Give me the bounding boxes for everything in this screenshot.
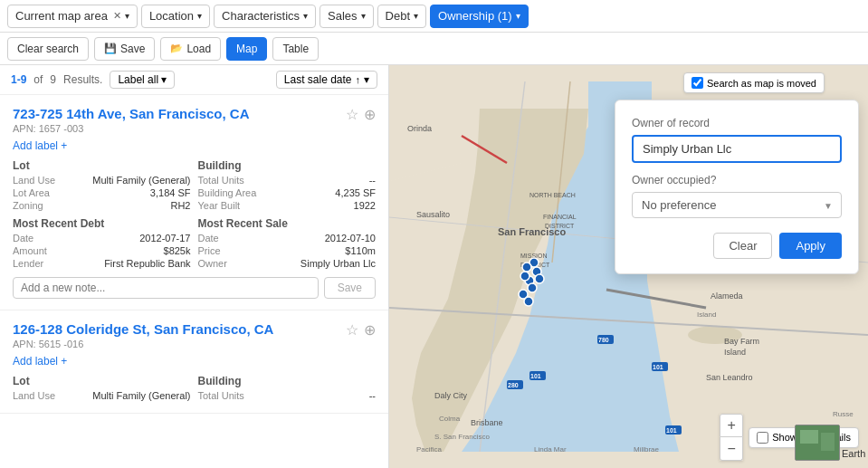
prop-row: Date 2012-07-17	[13, 232, 191, 244]
popup-clear-button[interactable]: Clear	[713, 233, 772, 259]
label-all-text: Label all	[118, 73, 158, 86]
svg-text:Millbrae: Millbrae	[634, 445, 660, 454]
zoom-out-button[interactable]: −	[720, 437, 743, 461]
note-input[interactable]	[13, 277, 319, 299]
svg-text:101: 101	[666, 427, 677, 434]
svg-text:Sausalito: Sausalito	[416, 210, 450, 219]
filter-ownership[interactable]: Ownership (1) ▾	[430, 5, 529, 28]
prop-row: Total Units --	[198, 174, 377, 186]
building-area-label: Building Area	[198, 187, 257, 198]
prop-row: Land Use Multi Family (General)	[13, 174, 191, 186]
lot-landuse-value: Multi Family (General)	[92, 390, 190, 401]
label-all-button[interactable]: Label all ▾	[110, 71, 175, 89]
sale-price-label: Price	[198, 245, 221, 256]
owner-of-record-input[interactable]	[632, 135, 842, 163]
results-label: Results.	[63, 73, 102, 86]
lot-zoning-label: Zoning	[13, 200, 43, 211]
filter-sales[interactable]: Sales ▾	[320, 5, 374, 28]
building-units-label: Total Units	[198, 390, 244, 401]
svg-rect-62	[800, 430, 818, 444]
svg-text:Island: Island	[697, 310, 716, 319]
svg-text:101: 101	[653, 364, 663, 370]
table-label: Table	[282, 43, 309, 55]
lot-section: Lot Land Use Multi Family (General) Lot …	[13, 159, 191, 212]
popup-actions: Clear Apply	[632, 233, 842, 259]
debt-lender-value: First Republic Bank	[104, 258, 190, 269]
results-bar: 1-9 of 9 Results. Label all ▾ Last sale …	[0, 65, 388, 95]
share-icon[interactable]: ⊕	[364, 321, 376, 339]
add-label-button[interactable]: Add label +	[13, 139, 376, 152]
star-icon[interactable]: ☆	[346, 106, 358, 123]
svg-text:Bay Farm: Bay Farm	[724, 337, 759, 346]
building-year-value: 1922	[354, 200, 376, 211]
svg-text:Island: Island	[724, 348, 746, 357]
prop-row: Building Area 4,235 SF	[198, 186, 377, 199]
owner-occupied-select[interactable]: No preference Yes No	[632, 192, 842, 218]
sale-date-value: 2012-07-10	[325, 233, 376, 244]
property-icons: ☆ ⊕	[346, 321, 376, 339]
prop-row: Land Use Multi Family (General)	[13, 389, 191, 402]
debt-sale-grid: Most Recent Debt Date 2012-07-17 Amount …	[13, 217, 376, 270]
building-units-value: --	[369, 390, 376, 401]
sort-icon: ↑	[356, 74, 361, 85]
property-address[interactable]: 723-725 14th Ave, San Francisco, CA	[13, 106, 250, 121]
filter-label: Sales	[328, 9, 358, 23]
lot-title: Lot	[13, 375, 191, 387]
note-save-button[interactable]: Save	[324, 277, 376, 299]
prop-row: Owner Simply Urban Llc	[198, 257, 377, 270]
sort-label: Last sale date	[284, 73, 352, 86]
search-as-moved-checkbox[interactable]	[692, 77, 703, 89]
earth-thumbnail[interactable]	[795, 425, 840, 461]
chevron-down-icon: ▾	[414, 11, 418, 21]
zoom-in-button[interactable]: +	[720, 414, 743, 437]
map-area[interactable]: San Francisco Oakland Berkeley Albany Al…	[389, 65, 868, 468]
filter-current-map-area[interactable]: Current map area ✕ ▾	[7, 5, 138, 28]
sale-owner-label: Owner	[198, 258, 227, 269]
map-button[interactable]: Map	[226, 37, 267, 61]
add-label-button[interactable]: Add label +	[13, 355, 376, 368]
svg-text:Daly City: Daly City	[434, 391, 468, 400]
property-apn: APN: 1657 -003	[13, 123, 250, 134]
load-button[interactable]: 📂 Load	[160, 37, 221, 61]
filter-label: Characteristics	[222, 9, 300, 23]
table-button[interactable]: Table	[272, 37, 319, 61]
sale-owner-value: Simply Urban Llc	[300, 258, 376, 269]
search-as-moved-label: Search as map is moved	[707, 78, 816, 89]
owner-of-record-label: Owner of record	[632, 117, 842, 129]
property-header: 126-128 Coleridge St, San Francisco, CA …	[13, 321, 376, 349]
svg-point-56	[524, 297, 533, 306]
property-address[interactable]: 126-128 Coleridge St, San Francisco, CA	[13, 321, 273, 337]
clear-search-label: Clear search	[17, 43, 79, 55]
building-section: Building Total Units -- Building Area 4,…	[198, 159, 377, 212]
svg-text:Alameda: Alameda	[711, 291, 743, 301]
filter-location[interactable]: Location ▾	[141, 5, 210, 28]
show-map-details-checkbox[interactable]	[757, 432, 768, 444]
results-of: of	[33, 73, 43, 86]
building-section: Building Total Units --	[198, 375, 377, 402]
svg-text:Brisbane: Brisbane	[471, 418, 503, 427]
sort-button[interactable]: Last sale date ↑ ▾	[276, 71, 377, 89]
main-layout: 1-9 of 9 Results. Label all ▾ Last sale …	[0, 65, 868, 468]
property-info: 126-128 Coleridge St, San Francisco, CA …	[13, 321, 273, 349]
share-icon[interactable]: ⊕	[364, 106, 376, 123]
owner-occupied-label: Owner occupied?	[632, 174, 842, 186]
save-icon: 💾	[104, 43, 117, 54]
filter-debt[interactable]: Debt ▾	[377, 5, 426, 28]
results-range: 1-9	[11, 73, 26, 86]
zoom-controls: + −	[720, 414, 743, 461]
building-title: Building	[198, 375, 377, 387]
svg-point-53	[528, 283, 537, 292]
save-button[interactable]: 💾 Save	[94, 37, 155, 61]
filter-characteristics[interactable]: Characteristics ▾	[214, 5, 316, 28]
chevron-down-icon: ▾	[516, 11, 520, 21]
star-icon[interactable]: ☆	[346, 321, 358, 339]
clear-search-button[interactable]: Clear search	[7, 37, 89, 61]
close-icon[interactable]: ✕	[113, 10, 121, 22]
search-as-moved-toggle[interactable]: Search as map is moved	[683, 72, 825, 93]
note-row: Save	[13, 277, 376, 299]
property-card: 723-725 14th Ave, San Francisco, CA APN:…	[0, 95, 388, 310]
popup-apply-button[interactable]: Apply	[779, 233, 842, 259]
map-top-bar: Search as map is moved	[683, 72, 825, 93]
results-total: 9	[50, 73, 56, 86]
svg-rect-63	[821, 433, 835, 451]
